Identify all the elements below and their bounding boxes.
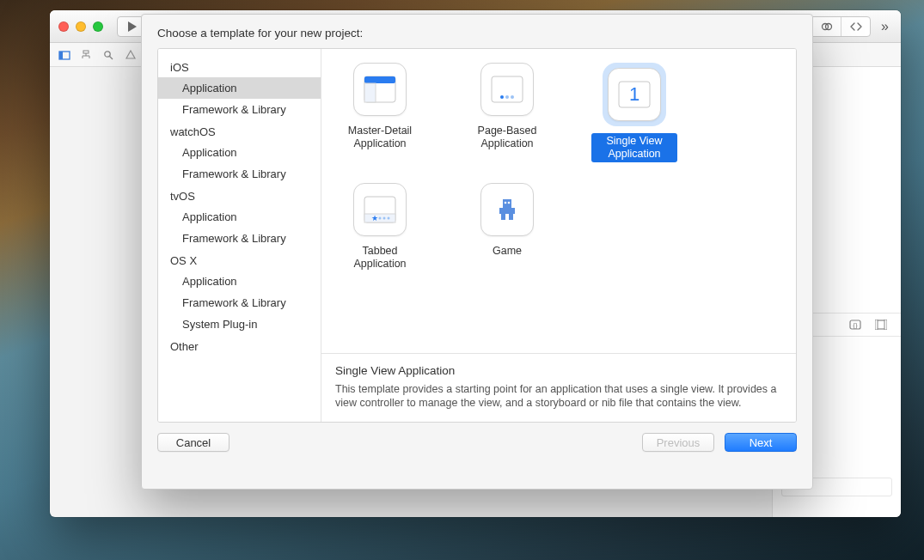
category-ios-framework[interactable]: Framework & Library xyxy=(158,99,321,120)
svg-rect-22 xyxy=(364,83,376,102)
issue-navigator-icon[interactable] xyxy=(125,50,138,60)
template-tabbed[interactable]: ★ Tabbed Application xyxy=(337,183,423,272)
description-title: Single View Application xyxy=(335,364,782,377)
template-page-based[interactable]: Page-Based Application xyxy=(464,63,550,162)
platform-group-other[interactable]: Other xyxy=(158,335,321,356)
svg-rect-21 xyxy=(364,76,395,83)
platform-group-osx: OS X xyxy=(158,249,321,271)
category-watchos-application[interactable]: Application xyxy=(158,142,321,163)
svg-line-14 xyxy=(110,56,113,59)
template-label: Tabbed Application xyxy=(337,243,423,272)
overflow-chevron-icon[interactable]: » xyxy=(878,19,892,34)
page-based-icon xyxy=(480,63,534,116)
svg-rect-35 xyxy=(503,199,511,208)
previous-button[interactable]: Previous xyxy=(642,433,714,452)
template-single-view[interactable]: 1 Single View Application xyxy=(591,63,677,162)
platform-group-tvos: tvOS xyxy=(158,185,321,206)
template-master-detail[interactable]: Master-Detail Application xyxy=(337,63,423,162)
category-osx-application[interactable]: Application xyxy=(158,271,321,292)
window-controls xyxy=(58,21,103,32)
cancel-button[interactable]: Cancel xyxy=(157,433,229,452)
platform-group-ios: iOS xyxy=(158,56,321,77)
version-editor-button[interactable] xyxy=(841,17,870,36)
svg-point-32 xyxy=(379,217,382,220)
master-detail-icon xyxy=(353,63,407,116)
project-navigator-icon[interactable] xyxy=(58,50,70,60)
close-window-button[interactable] xyxy=(58,21,69,32)
media-library-tab-icon[interactable] xyxy=(875,320,887,330)
find-navigator-icon[interactable] xyxy=(103,50,115,60)
sheet-footer: Cancel Previous Next xyxy=(142,423,812,452)
game-icon xyxy=(480,183,534,236)
svg-point-33 xyxy=(383,217,386,220)
svg-point-13 xyxy=(105,51,110,56)
platform-group-watchos: watchOS xyxy=(158,120,321,142)
zoom-window-button[interactable] xyxy=(93,21,103,32)
category-tvos-application[interactable]: Application xyxy=(158,206,321,228)
svg-rect-38 xyxy=(509,214,513,220)
category-ios-application[interactable]: Application xyxy=(158,77,321,99)
template-label: Master-Detail Application xyxy=(337,123,423,152)
svg-rect-37 xyxy=(501,214,505,220)
template-game[interactable]: Game xyxy=(464,183,550,272)
svg-rect-36 xyxy=(499,208,515,214)
svg-point-24 xyxy=(500,95,504,99)
category-tvos-framework[interactable]: Framework & Library xyxy=(158,228,321,249)
svg-rect-18 xyxy=(875,320,878,330)
svg-point-39 xyxy=(505,202,507,204)
sheet-heading: Choose a template for your new project: xyxy=(142,15,812,48)
next-button[interactable]: Next xyxy=(725,433,797,452)
template-label: Single View Application xyxy=(591,133,677,162)
svg-point-26 xyxy=(511,95,514,99)
svg-rect-8 xyxy=(83,51,89,53)
category-osx-plugin[interactable]: System Plug-in xyxy=(158,313,321,335)
tabbed-icon: ★ xyxy=(353,183,407,236)
svg-point-40 xyxy=(508,202,511,204)
template-category-sidebar: iOS Application Framework & Library watc… xyxy=(158,49,321,422)
symbol-navigator-icon[interactable] xyxy=(81,50,93,60)
template-grid: Master-Detail Application Page-Based App… xyxy=(321,49,796,353)
template-description: Single View Application This template pr… xyxy=(321,353,796,422)
template-label: Game xyxy=(489,243,525,259)
svg-point-34 xyxy=(388,217,390,220)
svg-text:1: 1 xyxy=(629,83,639,105)
svg-text:{}: {} xyxy=(853,321,858,329)
svg-point-25 xyxy=(505,95,509,99)
category-watchos-framework[interactable]: Framework & Library xyxy=(158,163,321,185)
single-view-icon: 1 xyxy=(608,68,661,121)
assistant-editor-button[interactable] xyxy=(811,17,841,36)
new-project-sheet: Choose a template for your new project: … xyxy=(141,14,813,490)
category-osx-framework[interactable]: Framework & Library xyxy=(158,292,321,313)
svg-rect-7 xyxy=(59,52,63,59)
svg-rect-19 xyxy=(884,320,887,330)
minimize-window-button[interactable] xyxy=(76,21,86,32)
svg-text:★: ★ xyxy=(371,214,378,222)
description-body: This template provides a starting point … xyxy=(335,382,782,410)
template-label: Page-Based Application xyxy=(464,123,550,152)
code-snippets-tab-icon[interactable]: {} xyxy=(849,320,861,330)
xcode-window: » ction {} hes xyxy=(50,10,901,517)
